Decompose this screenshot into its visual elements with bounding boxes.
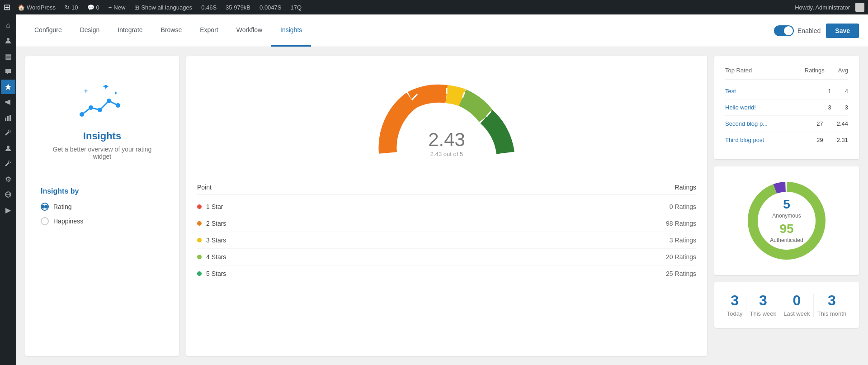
tab-integrate[interactable]: Integrate [108, 14, 151, 47]
radio-happiness-label: Happiness [53, 218, 83, 225]
admin-bar-updates[interactable]: ↻ 10 [63, 4, 80, 11]
insights-title: Insights [83, 130, 121, 142]
content-area: Configure Design Integrate Browse Export… [16, 14, 868, 365]
svg-point-11 [89, 105, 93, 110]
svg-point-14 [116, 103, 120, 108]
top-rated-link-3[interactable]: Third blog post [725, 137, 764, 143]
admin-bar-perf3: 0.0047S [258, 4, 283, 11]
insights-by-title: Insights by [41, 187, 164, 195]
enabled-toggle[interactable] [774, 25, 794, 36]
star4-count: 20 Ratings [666, 253, 696, 261]
star3-label: 3 Stars [197, 237, 226, 244]
stat-this-month-value: 3 [817, 293, 846, 308]
sidebar-icon-megaphone[interactable] [1, 95, 15, 109]
top-rated-row-2-ratings: 27 [816, 120, 823, 127]
gauge-container: 2.43 2.43 out of 5 [374, 81, 519, 162]
tab-browse[interactable]: Browse [152, 14, 191, 47]
donut-center: 5 Anonymous 95 Authenticated [770, 198, 803, 243]
top-rated-row-0: Test 1 4 [725, 83, 848, 100]
sidebar-icon-home[interactable]: ⌂ [1, 18, 15, 33]
sidebar-icon-settings[interactable]: ⚙ [1, 172, 15, 186]
col-ratings-header: Ratings [805, 67, 825, 74]
stat-today-label: Today [727, 310, 743, 317]
stat-today: 3 Today [727, 293, 743, 317]
radio-happiness[interactable]: Happiness [41, 217, 164, 225]
save-button[interactable]: Save [826, 24, 859, 38]
sidebar-icon-comments[interactable] [1, 64, 15, 79]
stat-last-week-label: Last week [783, 310, 810, 317]
top-rated-row-0-nums: 1 4 [828, 88, 848, 95]
main-content: + ✦ ✦ Insights [16, 47, 868, 365]
right-column: Top Rated Ratings Avg Test 1 4 [714, 56, 859, 356]
insights-by-section: Insights by Rating Happiness [36, 187, 168, 225]
top-rated-row-3: Third blog post 29 2.31 [725, 132, 848, 148]
svg-point-10 [80, 112, 84, 117]
donut-anonymous-value: 5 [770, 198, 803, 211]
center-panel: 2.43 2.43 out of 5 Point Ratings 1 [186, 56, 707, 356]
star5-dot [197, 271, 202, 276]
rating-row-3star: 3 Stars 3 Ratings [197, 232, 696, 249]
comment-icon: 💬 [87, 4, 94, 11]
star3-count: 3 Ratings [670, 237, 696, 244]
stat-last-week-value: 0 [783, 293, 810, 308]
sidebar-icon-tools[interactable] [1, 126, 15, 140]
sidebar-icon-person[interactable] [1, 141, 15, 156]
sidebar-icon-wrench[interactable] [1, 156, 15, 171]
left-panel: + ✦ ✦ Insights [25, 56, 179, 356]
svg-text:✦: ✦ [102, 85, 109, 91]
top-rated-link-1[interactable]: Hello world! [725, 104, 756, 111]
star1-dot [197, 204, 202, 209]
sidebar-icon-ratings[interactable] [1, 80, 15, 94]
sidebar-icon-users[interactable] [1, 33, 15, 48]
star2-dot [197, 221, 202, 226]
donut-anonymous-label: Anonymous [770, 213, 803, 219]
rating-row-4star: 4 Stars 20 Ratings [197, 249, 696, 265]
ratings-header: Point Ratings [197, 180, 696, 195]
stat-last-week: 0 Last week [783, 293, 810, 317]
stat-divider-3 [813, 294, 814, 317]
tab-export[interactable]: Export [191, 14, 227, 47]
top-rated-link-0[interactable]: Test [725, 88, 736, 95]
top-rated-row-1: Hello world! 3 3 [725, 100, 848, 116]
donut-card: 5 Anonymous 95 Authenticated [714, 166, 859, 275]
tab-insights[interactable]: Insights [271, 14, 311, 47]
star5-label: 5 Stars [197, 270, 226, 277]
wp-logo-icon[interactable]: ⊞ [4, 2, 10, 12]
admin-bar-site[interactable]: 🏠 WordPress [16, 4, 57, 11]
svg-text:+: + [84, 87, 88, 95]
gauge-value: 2.43 [428, 129, 465, 151]
app-body: ⌂ ▤ ⚙ ▶ [0, 14, 868, 365]
radio-rating[interactable]: Rating [41, 203, 164, 211]
top-rated-row-1-avg: 3 [845, 104, 848, 111]
sidebar-icon-pages[interactable]: ▤ [1, 49, 15, 63]
svg-rect-2 [5, 118, 6, 121]
tab-configure[interactable]: Configure [25, 14, 71, 47]
nav-actions: Enabled Save [774, 24, 859, 38]
gauge-label: 2.43 out of 5 [428, 151, 465, 157]
insights-chart-icon: + ✦ ✦ [75, 85, 129, 121]
rating-row-1star: 1 Star 0 Ratings [197, 199, 696, 215]
col-avg-header: Avg [838, 67, 848, 74]
top-rated-link-2[interactable]: Second blog p... [725, 120, 768, 127]
admin-bar-new[interactable]: + New [107, 4, 127, 11]
languages-icon: ⊞ [134, 4, 139, 11]
stat-divider-2 [780, 294, 780, 317]
tab-workflow[interactable]: Workflow [227, 14, 271, 47]
star2-label: 2 Stars [197, 220, 226, 227]
admin-bar-languages[interactable]: ⊞ Show all languages [132, 4, 194, 11]
svg-rect-4 [9, 115, 11, 121]
nav-tabs: Configure Design Integrate Browse Export… [25, 14, 311, 47]
svg-text:✦: ✦ [113, 90, 118, 96]
radio-rating-label: Rating [53, 203, 71, 210]
admin-bar-comments[interactable]: 💬 0 [85, 4, 101, 11]
top-rated-row-0-ratings: 1 [828, 88, 831, 95]
sidebar-icon-chart[interactable] [1, 110, 15, 125]
top-rated-header: Top Rated Ratings Avg [725, 67, 848, 80]
svg-point-5 [7, 146, 9, 148]
tab-design[interactable]: Design [71, 14, 109, 47]
stat-this-month-label: This month [817, 310, 846, 317]
howdy-text: Howdy, Administrator [795, 4, 850, 11]
toggle-container[interactable]: Enabled [774, 25, 821, 36]
sidebar-icon-translate[interactable] [1, 187, 15, 202]
sidebar-icon-play[interactable]: ▶ [1, 203, 15, 217]
